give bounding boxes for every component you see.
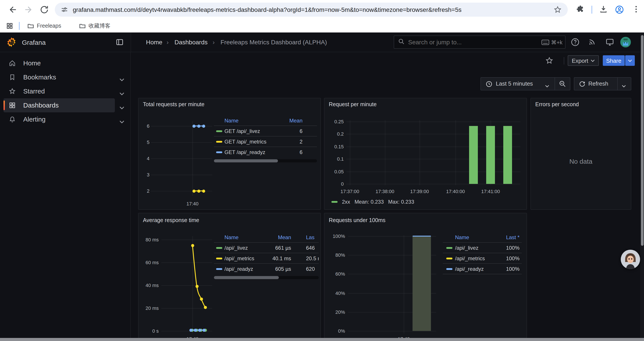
- chevron-down-icon[interactable]: [119, 118, 124, 121]
- series-name[interactable]: GET /api/_livez: [224, 128, 260, 134]
- series-last: 100%: [506, 245, 520, 251]
- chevron-down-icon: [628, 59, 632, 62]
- refresh-interval-chevron-icon[interactable]: [622, 83, 626, 89]
- series-name[interactable]: GET /api/_metrics: [224, 138, 266, 145]
- sidebar-item-home[interactable]: Home: [0, 56, 131, 70]
- extensions-icon[interactable]: [576, 5, 585, 15]
- tick-x: 17:40: [175, 201, 210, 206]
- horizontal-scrollbar[interactable]: [0, 338, 644, 341]
- apps-grid-icon[interactable]: [6, 22, 13, 31]
- address-bar[interactable]: [55, 3, 568, 17]
- series-name[interactable]: /api/_readyz: [224, 266, 253, 272]
- tick-y: 0.15: [324, 144, 344, 149]
- zoom-out-icon[interactable]: [559, 80, 566, 89]
- series-name[interactable]: /api/_metrics: [224, 255, 254, 261]
- series-name[interactable]: 2xx: [342, 199, 350, 205]
- profile-icon[interactable]: [615, 5, 624, 15]
- legend-row[interactable]: /api/_readyz 100%: [443, 263, 522, 274]
- menu-kebab-icon[interactable]: [632, 5, 641, 15]
- panel-errors-per-second: Errors per second No data: [530, 98, 631, 210]
- keyboard-icon: [542, 39, 549, 45]
- panel-title[interactable]: Errors per second: [535, 101, 579, 108]
- toolbar-divider: [592, 6, 592, 14]
- bookmark-folder-freeleaps[interactable]: Freeleaps: [27, 21, 61, 31]
- sdot: [197, 124, 200, 128]
- legend-col-mean[interactable]: Mean: [278, 234, 291, 240]
- legend-scrollbar[interactable]: [214, 276, 319, 279]
- display-icon[interactable]: [606, 38, 614, 47]
- download-icon[interactable]: [599, 5, 608, 15]
- legend-row[interactable]: GET /api/_readyz 6: [214, 147, 317, 157]
- export-button[interactable]: Export: [568, 55, 599, 66]
- floating-assist-avatar[interactable]: [621, 250, 640, 269]
- bookmark-folder-blogs[interactable]: 收藏博客: [79, 21, 110, 31]
- forward-icon[interactable]: [24, 5, 33, 15]
- user-avatar[interactable]: [620, 37, 631, 47]
- breadcrumb-home[interactable]: Home: [146, 33, 162, 52]
- breadcrumb-dashboards[interactable]: Dashboards: [174, 33, 208, 52]
- legend-row[interactable]: /api/_livez 661 µs 646: [214, 242, 319, 253]
- back-icon[interactable]: [8, 5, 18, 15]
- grafana-logo[interactable]: [6, 37, 17, 49]
- legend-row[interactable]: /api/_metrics 40.1 ms 20.5 m: [214, 253, 319, 263]
- tick-y: 5: [138, 140, 150, 145]
- brand-title: Grafana: [22, 33, 46, 52]
- news-rss-icon[interactable]: [588, 38, 597, 47]
- share-dropdown-button[interactable]: [625, 55, 635, 66]
- legend-col-name[interactable]: Name: [224, 118, 238, 124]
- legend-row[interactable]: GET /api/_metrics 2: [214, 136, 317, 147]
- legend-row[interactable]: /api/_livez 100%: [443, 242, 522, 253]
- panel-total-requests: Total requests per minute 6543217:40 Nam…: [138, 98, 321, 210]
- legend-row[interactable]: /api/_readyz 605 µs 620: [214, 263, 319, 274]
- chevron-down-icon[interactable]: [119, 104, 124, 107]
- series-name[interactable]: /api/_readyz: [455, 266, 484, 272]
- favorite-star-icon[interactable]: [545, 57, 553, 65]
- search-input[interactable]: [408, 39, 542, 46]
- url-input[interactable]: [73, 3, 507, 17]
- legend-row[interactable]: GET /api/_livez 6: [214, 126, 317, 136]
- sidebar-toggle-icon[interactable]: [116, 38, 124, 48]
- series-pill: [216, 257, 222, 259]
- share-button[interactable]: Share: [603, 55, 625, 66]
- grid-h: [161, 285, 212, 286]
- tick-x: 17:38:00: [367, 189, 402, 194]
- site-settings-icon[interactable]: [60, 6, 68, 14]
- legend-col-mean[interactable]: Mean: [289, 118, 302, 124]
- sidebar-item-dashboards[interactable]: Dashboards: [0, 98, 131, 112]
- sidebar-item-label: Home: [23, 56, 41, 70]
- chevron-down-icon[interactable]: [119, 90, 124, 93]
- sidebar-item-starred[interactable]: Starred: [0, 84, 131, 98]
- vertical-scrollbar[interactable]: [640, 33, 644, 338]
- help-icon[interactable]: [571, 38, 580, 47]
- search-box[interactable]: ⌘+k: [394, 36, 566, 49]
- chevron-down-icon[interactable]: [119, 76, 124, 79]
- sline: [412, 236, 431, 237]
- tick-y: 20%: [326, 309, 345, 315]
- legend-col-name[interactable]: Name: [224, 234, 238, 240]
- legend-row[interactable]: /api/_metrics 100%: [443, 253, 522, 263]
- chart-request-per-minute[interactable]: 0.250.20.150.10.05017:37:0017:38:0017:39…: [324, 98, 526, 209]
- bookmark-star-icon[interactable]: [554, 6, 562, 14]
- reload-icon[interactable]: [40, 5, 49, 15]
- legend-scrollbar[interactable]: [214, 159, 317, 162]
- vertical-scrollbar-thumb[interactable]: [641, 35, 643, 246]
- series-name[interactable]: /api/_livez: [224, 245, 248, 251]
- series-name[interactable]: /api/_metrics: [455, 255, 485, 261]
- series-name[interactable]: /api/_livez: [455, 245, 478, 251]
- series-name[interactable]: GET /api/_readyz: [224, 149, 265, 155]
- sidebar-item-alerting[interactable]: Alerting: [0, 112, 131, 126]
- legend-col-last[interactable]: Las: [306, 234, 314, 240]
- legend-col-last[interactable]: Last *: [506, 234, 520, 240]
- refresh-button[interactable]: Refresh: [574, 77, 631, 90]
- legend-row[interactable]: 2xx Mean: 0.233 Max: 0.233: [332, 198, 414, 205]
- panel-under-100ms: Requests under 100ms 100%80%60%40%20%0%1…: [324, 213, 527, 341]
- clock-icon: [486, 81, 492, 89]
- series-max: Max: 0.233: [388, 199, 414, 205]
- time-range-picker[interactable]: Last 5 minutes: [480, 77, 570, 90]
- grid-h: [161, 262, 212, 263]
- sidebar-item-bookmarks[interactable]: Bookmarks: [0, 70, 131, 84]
- legend-col-name[interactable]: Name: [455, 234, 469, 240]
- tick-y: 0: [324, 181, 344, 187]
- sdot: [198, 329, 201, 332]
- series-pill: [332, 201, 338, 203]
